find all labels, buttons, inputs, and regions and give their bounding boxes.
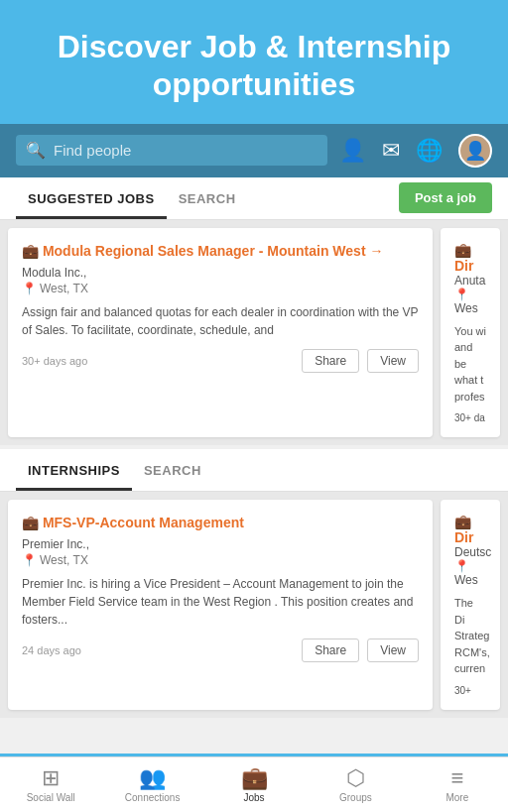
nav-more[interactable]: ≡ More <box>407 757 508 812</box>
search-input[interactable] <box>54 142 318 159</box>
nav-connections[interactable]: 👥 Connections <box>101 757 202 812</box>
pin-icon-2: 📍 <box>454 288 469 301</box>
jobs-icon: 💼 <box>241 767 268 789</box>
tab-suggested-jobs[interactable]: SUGGESTED JOBS <box>16 177 167 219</box>
job-location-1: 📍 West, TX <box>22 282 419 295</box>
search-bar: 🔍 👤 ✉ 🌐 👤 <box>0 124 508 177</box>
job-title-2-partial: 💼 Dir <box>454 242 486 274</box>
nav-more-label: More <box>445 792 468 803</box>
main-content: SUGGESTED JOBS SEARCH Post a job 💼 Modul… <box>0 177 508 754</box>
job-cards-row: 💼 Modula Regional Sales Manager - Mounta… <box>0 220 508 446</box>
tab-jobs-search[interactable]: SEARCH <box>167 177 248 219</box>
hero-title: Discover Job & Internship opportunities <box>20 28 488 104</box>
search-icon: 🔍 <box>26 141 46 160</box>
briefcase-icon-3: 💼 <box>22 515 39 530</box>
internship-card-2-partial: 💼 Dir Deutsc 📍 Wes The Di Strateg RCM's,… <box>441 500 500 710</box>
tab-internships-search[interactable]: SEARCH <box>132 449 213 491</box>
nav-groups[interactable]: ⬡ Groups <box>305 757 406 812</box>
groups-icon: ⬡ <box>346 767 365 789</box>
internships-tabs: INTERNSHIPS SEARCH <box>0 449 508 492</box>
internship-description-1: Premier Inc. is hiring a Vice President … <box>22 575 419 629</box>
mail-icon[interactable]: ✉ <box>382 138 400 164</box>
internship-footer-1: 24 days ago Share View <box>22 638 419 662</box>
internship-location-2-partial: 📍 Wes <box>454 559 486 587</box>
nav-social-wall-label: Social Wall <box>27 792 75 803</box>
search-input-wrapper[interactable]: 🔍 <box>16 135 327 166</box>
job-location-2-partial: 📍 Wes <box>454 288 486 315</box>
suggested-jobs-tabs: SUGGESTED JOBS SEARCH Post a job <box>0 177 508 220</box>
pin-icon-1: 📍 <box>22 282 37 295</box>
globe-icon[interactable]: 🌐 <box>416 138 443 164</box>
pin-icon-3: 📍 <box>22 553 37 567</box>
job-time-1: 30+ days ago <box>22 355 294 367</box>
job-card-1: 💼 Modula Regional Sales Manager - Mounta… <box>8 228 433 438</box>
job-card-2-partial: 💼 Dir Anuta 📍 Wes You wi and be what t p… <box>441 228 500 438</box>
job-time-2-partial: 30+ da <box>454 412 486 423</box>
post-job-button[interactable]: Post a job <box>399 182 492 213</box>
job-title-1: 💼 Modula Regional Sales Manager - Mounta… <box>22 242 419 260</box>
connections-icon: 👥 <box>139 767 166 789</box>
internship-time-1: 24 days ago <box>22 644 294 656</box>
hero-section: Discover Job & Internship opportunities <box>0 0 508 124</box>
internship-company-1: Premier Inc., <box>22 537 419 551</box>
briefcase-icon-2: 💼 <box>454 242 471 258</box>
internship-title-1: 💼 MFS-VP-Account Management <box>22 514 419 531</box>
share-button-1[interactable]: Share <box>302 349 359 373</box>
view-button-1[interactable]: View <box>367 349 419 373</box>
tab-internships[interactable]: INTERNSHIPS <box>16 449 132 491</box>
internship-title-2-partial: 💼 Dir <box>454 514 486 545</box>
nav-groups-label: Groups <box>339 792 372 803</box>
internship-location-1: 📍 West, TX <box>22 553 419 567</box>
nav-connections-label: Connections <box>125 792 181 803</box>
avatar[interactable]: 👤 <box>458 134 492 168</box>
nav-icons: 👤 ✉ 🌐 👤 <box>339 134 492 168</box>
job-company-1: Modula Inc., <box>22 266 419 280</box>
internship-share-button-1[interactable]: Share <box>302 638 359 662</box>
job-description-1: Assign fair and balanced quotas for each… <box>22 303 419 339</box>
briefcase-icon-4: 💼 <box>454 514 471 529</box>
internship-company-2-partial: Deutsc <box>454 545 486 559</box>
internship-time-2-partial: 30+ <box>454 685 486 696</box>
bottom-nav: ⊞ Social Wall 👥 Connections 💼 Jobs ⬡ Gro… <box>0 756 508 812</box>
internship-card-1: 💼 MFS-VP-Account Management Premier Inc.… <box>8 500 433 710</box>
internship-view-button-1[interactable]: View <box>367 638 419 662</box>
job-footer-1: 30+ days ago Share View <box>22 349 419 373</box>
job-description-2-partial: You wi and be what t profes <box>454 323 486 406</box>
nav-social-wall[interactable]: ⊞ Social Wall <box>0 757 101 812</box>
more-icon: ≡ <box>450 767 463 789</box>
pin-icon-4: 📍 <box>454 559 469 573</box>
internship-cards-row: 💼 MFS-VP-Account Management Premier Inc.… <box>0 492 508 718</box>
job-company-2-partial: Anuta <box>454 274 486 288</box>
nav-jobs[interactable]: 💼 Jobs <box>203 757 305 812</box>
nav-jobs-label: Jobs <box>243 792 264 803</box>
briefcase-icon-1: 💼 <box>22 243 39 259</box>
person-icon[interactable]: 👤 <box>339 138 366 164</box>
social-wall-icon: ⊞ <box>42 767 60 789</box>
internship-description-2-partial: The Di Strateg RCM's, curren <box>454 595 486 677</box>
